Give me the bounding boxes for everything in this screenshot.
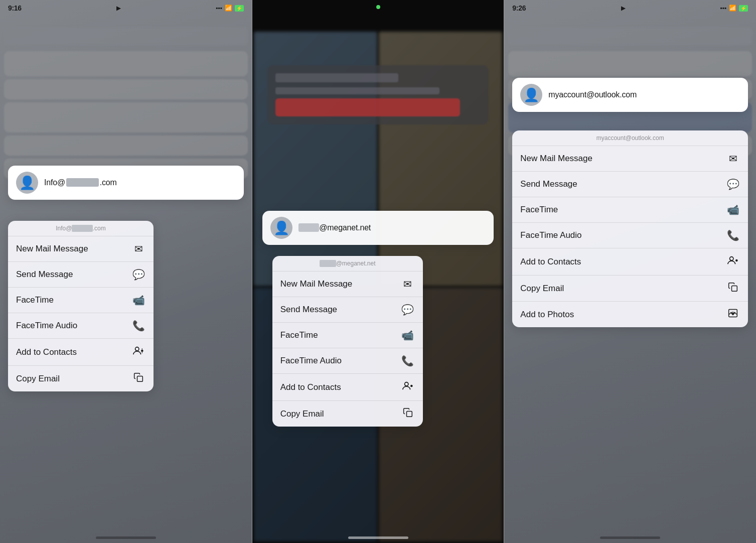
menu-item-copy-email-right[interactable]: Copy Email [512,276,748,302]
contacts-icon-middle [401,380,415,394]
facetime-icon-middle: 📹 [401,329,415,341]
email-text-left: Info@••••••••••••.com [44,178,117,187]
home-indicator-middle [348,536,408,539]
menu-item-facetime-right[interactable]: FaceTime 📹 [512,197,748,223]
email-text-right: myaccount@outlook.com [548,90,637,99]
message-icon-left: 💬 [131,268,145,281]
menu-item-new-mail-left[interactable]: New Mail Message ✉ [8,236,154,262]
avatar-icon-left: 👤 [19,176,35,189]
menu-label-send-msg-middle: Send Message [280,305,337,315]
svg-point-0 [135,347,139,351]
menu-label-add-contacts-middle: Add to Contacts [280,382,341,392]
menu-header-left: Info@••••••.com [8,221,154,236]
copy-icon-right [726,282,740,295]
mail-icon-middle: ✉ [401,278,415,290]
avatar-icon-right: 👤 [523,88,539,101]
menu-label-facetime-middle: FaceTime [280,330,318,340]
phone-icon-left: 📞 [131,320,145,332]
phone-panel-right: 9:26 ▶ ▪▪▪ 📶 ⚡ 👤 myaccount [504,0,756,543]
status-icons-right: ▪▪▪ 📶 ⚡ [720,5,748,12]
email-header-card-left: 👤 Info@••••••••••••.com [8,166,244,200]
green-dot [376,5,380,9]
avatar-left: 👤 [16,172,38,194]
menu-label-send-msg-right: Send Message [520,179,577,189]
phone-icon-right: 📞 [726,229,740,241]
svg-rect-7 [406,412,412,417]
email-header-card-middle: 👤 ••••@meganet.net [262,211,494,245]
menu-item-send-msg-right[interactable]: Send Message 💬 [512,172,748,197]
menu-label-facetime-audio-left: FaceTime Audio [16,321,77,331]
contacts-icon-right [726,255,740,268]
menu-label-add-photos-right: Add to Photos [520,310,574,320]
menu-item-new-mail-right[interactable]: New Mail Message ✉ [512,146,748,172]
menu-item-copy-email-middle[interactable]: Copy Email [272,401,423,427]
menu-label-add-contacts-left: Add to Contacts [16,347,77,357]
menu-header-middle: ••••@meganet.net [272,256,423,272]
menu-item-facetime-left[interactable]: FaceTime 📹 [8,288,154,313]
svg-point-8 [730,257,733,260]
menu-item-facetime-audio-left[interactable]: FaceTime Audio 📞 [8,313,154,339]
menu-item-add-contacts-right[interactable]: Add to Contacts [512,248,748,276]
mail-icon-left: ✉ [131,243,145,255]
contacts-icon-left [131,345,145,359]
svg-point-5 [404,382,408,386]
phone-icon-middle: 📞 [401,355,415,367]
photos-icon-right [726,308,740,321]
svg-point-6 [410,385,413,387]
email-header-popup-right: 👤 myaccount@outlook.com [512,78,748,112]
menu-item-add-photos-right[interactable]: Add to Photos [512,302,748,327]
svg-rect-4 [137,376,143,382]
facetime-icon-left: 📹 [131,294,145,306]
context-menu-middle: ••••@meganet.net New Mail Message ✉ Send… [272,256,423,427]
menu-label-send-msg-left: Send Message [16,269,73,280]
email-text-middle: ••••@meganet.net [298,223,371,232]
copy-icon-left [131,372,145,385]
location-icon-right: ▶ [621,5,625,12]
avatar-middle: 👤 [270,217,292,239]
context-menu-box-right: myaccount@outlook.com New Mail Message ✉… [512,130,748,327]
message-icon-middle: 💬 [401,304,415,316]
menu-label-copy-email-middle: Copy Email [280,409,324,419]
status-icons-left: ▪▪▪ 📶 ⚡ [216,5,244,12]
status-bar-right: 9:26 ▶ ▪▪▪ 📶 ⚡ [504,0,756,14]
menu-item-facetime-audio-right[interactable]: FaceTime Audio 📞 [512,223,748,248]
svg-point-1 [141,350,143,352]
menu-item-new-mail-middle[interactable]: New Mail Message ✉ [272,272,423,297]
time-right: 9:26 [512,4,526,12]
menu-label-copy-email-right: Copy Email [520,284,564,294]
battery-icon-left: ⚡ [235,5,244,12]
menu-label-facetime-audio-right: FaceTime Audio [520,230,581,240]
svg-rect-10 [732,286,737,292]
context-menu-left: Info@••••••.com New Mail Message ✉ Send … [8,221,154,391]
home-indicator-left [96,536,156,539]
menu-label-copy-email-left: Copy Email [16,374,60,384]
home-indicator-right [600,536,660,539]
menu-label-facetime-right: FaceTime [520,205,558,215]
mail-icon-right: ✉ [726,153,740,165]
menu-item-copy-email-left[interactable]: Copy Email [8,366,154,391]
email-header-popup-middle: 👤 ••••@meganet.net [262,211,494,245]
time-left: 9:16 [8,4,22,12]
location-icon-left: ▶ [116,5,120,12]
menu-item-send-msg-left[interactable]: Send Message 💬 [8,262,154,288]
menu-label-facetime-left: FaceTime [16,295,54,305]
avatar-icon-middle: 👤 [273,221,289,234]
menu-item-facetime-audio-middle[interactable]: FaceTime Audio 📞 [272,348,423,374]
menu-label-new-mail-left: New Mail Message [16,244,88,254]
menu-item-add-contacts-left[interactable]: Add to Contacts [8,339,154,366]
menu-label-new-mail-right: New Mail Message [520,154,592,164]
copy-icon-middle [401,408,415,420]
svg-point-9 [735,259,738,262]
phone-panel-middle: 👤 ••••@meganet.net ••••@meganet.net New … [252,0,504,543]
phone-panel-left: 9:16 ▶ ▪▪▪ 📶 ⚡ 👤 [0,0,252,543]
wifi-icon-left: 📶 [225,5,232,12]
signal-icon-right: ▪▪▪ [720,5,726,12]
context-menu-right: myaccount@outlook.com New Mail Message ✉… [512,130,748,327]
menu-item-facetime-middle[interactable]: FaceTime 📹 [272,323,423,348]
context-menu-box-left: Info@••••••.com New Mail Message ✉ Send … [8,221,154,391]
menu-item-add-contacts-middle[interactable]: Add to Contacts [272,374,423,401]
menu-item-send-msg-middle[interactable]: Send Message 💬 [272,297,423,323]
bg-email-card-middle [267,65,489,124]
message-icon-right: 💬 [726,178,740,190]
status-bar-left: 9:16 ▶ ▪▪▪ 📶 ⚡ [0,0,252,14]
